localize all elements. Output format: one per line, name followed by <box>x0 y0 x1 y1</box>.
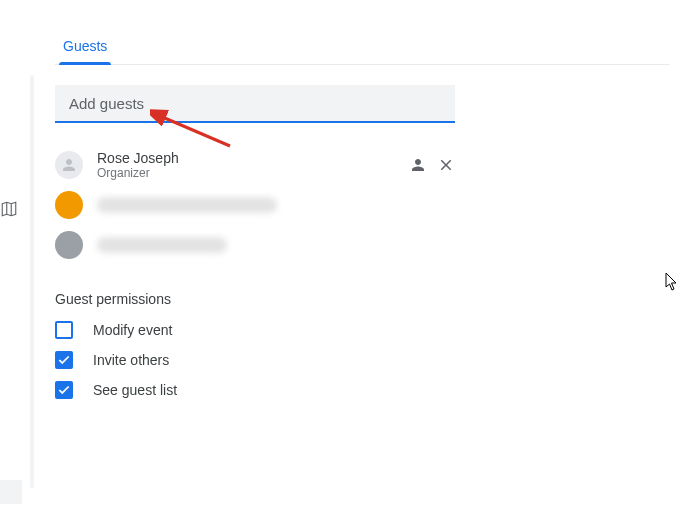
check-icon <box>57 383 71 397</box>
perm-row-invite: Invite others <box>55 351 670 369</box>
guest-row-organizer[interactable]: Rose Joseph Organizer <box>55 145 455 185</box>
close-icon[interactable] <box>437 156 455 174</box>
avatar <box>55 191 83 219</box>
perm-row-modify: Modify event <box>55 321 670 339</box>
permissions-title: Guest permissions <box>55 291 670 307</box>
left-strip <box>0 0 30 518</box>
add-guests-input[interactable] <box>55 85 455 123</box>
avatar <box>55 151 83 179</box>
redacted-text <box>97 197 277 213</box>
perm-row-seelist: See guest list <box>55 381 670 399</box>
perm-label: Invite others <box>93 352 169 368</box>
check-icon <box>57 353 71 367</box>
mark-optional-icon[interactable] <box>409 156 427 174</box>
tab-row: Guests <box>55 30 670 65</box>
checkbox-invite-others[interactable] <box>55 351 73 369</box>
guests-panel: Guests Rose Joseph Organizer <box>55 30 670 411</box>
tab-guests[interactable]: Guests <box>59 30 111 64</box>
redacted-text <box>97 237 227 253</box>
person-icon <box>60 156 78 174</box>
checkbox-modify-event[interactable] <box>55 321 73 339</box>
perm-label: Modify event <box>93 322 172 338</box>
guest-row-redacted[interactable] <box>55 185 455 225</box>
search-wrap <box>55 85 455 123</box>
row-actions <box>409 156 455 174</box>
checkbox-see-guest-list[interactable] <box>55 381 73 399</box>
permissions-section: Guest permissions Modify event Invite ot… <box>55 291 670 399</box>
avatar <box>55 231 83 259</box>
guest-info: Rose Joseph Organizer <box>97 150 409 180</box>
guest-row-redacted[interactable] <box>55 225 455 265</box>
perm-label: See guest list <box>93 382 177 398</box>
guest-role: Organizer <box>97 166 409 180</box>
decorative-block <box>0 480 22 504</box>
scrollbar[interactable] <box>30 75 34 488</box>
map-icon <box>0 200 20 220</box>
guest-list: Rose Joseph Organizer <box>55 145 455 265</box>
guest-name: Rose Joseph <box>97 150 409 166</box>
